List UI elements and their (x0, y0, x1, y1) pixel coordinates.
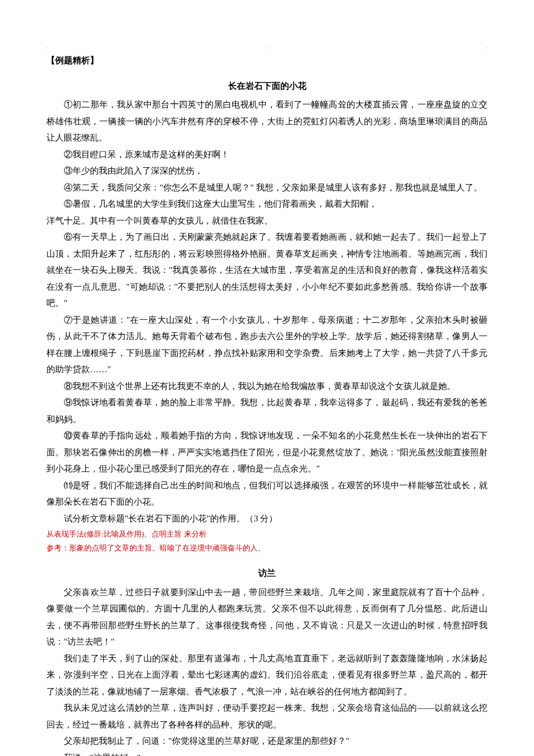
answer-hint-reference: 参考：形象的点明了文章的主旨。暗喻了在逆境中顽强奋斗的人。 (46, 542, 488, 555)
article-1-para-cont: 洋气十足。其中有一个叫黄春草的女孩儿，就借住在我家。 (46, 213, 488, 229)
answer-hint-method: 从表现手法(修辞:比喻及作用)、点明主旨 来分析 (46, 528, 488, 541)
header-dots-row: . . . (46, 41, 488, 52)
article-1-para: ②我目瞪口呆，原来城市是这样的美好啊！ (46, 146, 488, 163)
article-1-para: ⑥有一天早上，为了画日出，天刚蒙蒙亮她就起床了。我缠着要看她画画，就和她一起去了… (46, 229, 488, 312)
article-2-para: 父亲喜欢兰草，过些日子就要到深山中去一趟，带回些野兰来栽培。几年之间，家里庭院就… (46, 584, 488, 650)
header-dot: . (266, 41, 268, 52)
article-1-question: 试分析文章标题"长在岩石下面的小花"的作用。（3 分） (46, 510, 488, 527)
header-dot: . (46, 41, 48, 52)
document-page: . . . 【例题精析】 长在岩石下面的小花 ①初二那年，我从家中那台十四英寸的… (0, 0, 534, 756)
article-2-title: 访兰 (46, 565, 488, 582)
article-1-para: ①初二那年，我从家中那台十四英寸的黑白电视机中，看到了一幢幢高耸的大楼直插云霄，… (46, 96, 488, 146)
article-1-para: ⑾是呀，我们不能选择自己出生的时间和地点，但我们可以选择顽强，在艰苦的环境中一样… (46, 477, 488, 510)
article-2-para: 父亲却把我制止了，问道："你觉得这里的兰草好呢，还是家里的那些好？" (46, 733, 488, 750)
article-1-para: ⑦于是她讲道："在一座大山深处，有一个小女孩儿，十岁那年，母亲病逝；十二岁那年，… (46, 312, 488, 378)
article-2-para: 我说："这里的好。" (46, 750, 488, 756)
article-1-para: ⑧我想不到这个世界上还有比我更不幸的人，我以为她在给我编故事，黄春草却说这个女孩… (46, 378, 488, 395)
header-dot: . (486, 41, 488, 52)
article-1-para: ④第二天，我质问父亲："你怎么不是城里人呢？" 我想，父亲如果是城里人该有多好，… (46, 179, 488, 196)
article-2-para: 我从未见过这么清妙的兰草，连声叫好，便动手要挖起一株来。我想，父亲会培育这仙品的… (46, 700, 488, 733)
article-1-title: 长在岩石下面的小花 (46, 78, 488, 95)
article-1-para: ⑨我惊讶地看着黄春草，她的脸上非常平静。我想，比起黄春草，我幸运得多了，最起码，… (46, 394, 488, 427)
article-1-para: ③年少的我由此陷入了深深的忧伤， (46, 163, 488, 179)
article-1-para: ⑩黄春草的手指向远处，顺着她手指的方向，我惊讶地发现，一朵不知名的小花竟然生长在… (46, 427, 488, 477)
section-title: 【例题精析】 (46, 52, 488, 69)
article-2-para: 我们走了半天，到了山的深处。那里有道瀑布，十几丈高地直直垂下，老远就听到了轰轰隆… (46, 650, 488, 700)
article-1-para: ⑤暑假，几名城里的大学生到我们这座大山里写生，他们背着画夹，戴着大阳帽， (46, 196, 488, 213)
